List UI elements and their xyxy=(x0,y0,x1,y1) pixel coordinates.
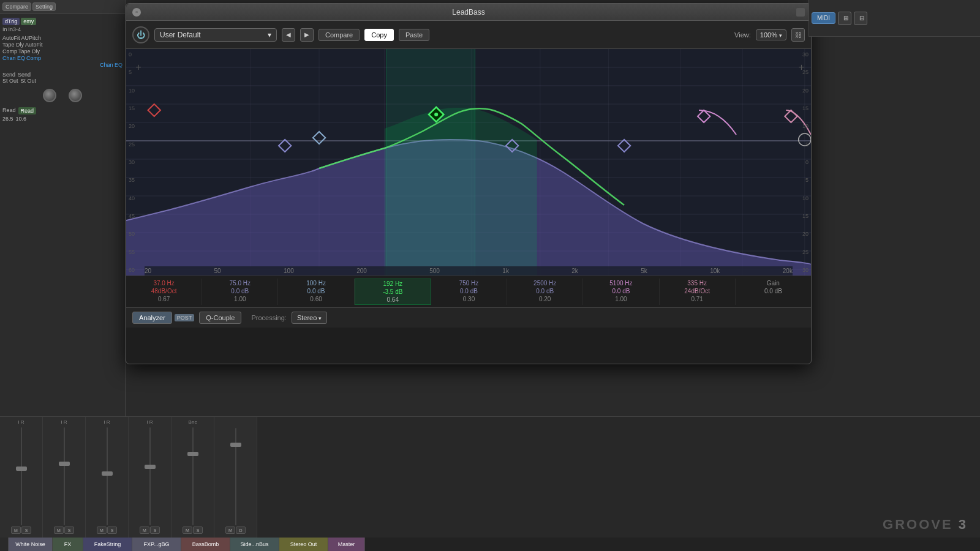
compare-button[interactable]: Compare xyxy=(318,29,360,41)
power-button[interactable]: ⏻ xyxy=(132,26,149,43)
preset-next-button[interactable]: ▶ xyxy=(300,28,314,42)
ch2-fader-track xyxy=(64,427,65,525)
freq-axis: 20 50 100 200 500 1k 2k 5k 10k 20k xyxy=(145,266,793,276)
ch5-s-btn[interactable]: S xyxy=(193,527,203,534)
setting-btn-2[interactable]: Setting xyxy=(32,2,56,11)
q-couple-button[interactable]: Q-Couple xyxy=(199,312,241,324)
ch2-top: I R xyxy=(61,419,67,425)
stereo-dropdown[interactable]: Stereo ▾ xyxy=(292,312,327,324)
setting-btn-1[interactable]: Compare xyxy=(2,2,31,11)
freq-10k: 10k xyxy=(710,268,720,274)
band-5-q: 0.30 xyxy=(463,296,475,302)
freq-5k: 5k xyxy=(641,268,647,274)
band-5-params: 750 Hz 0.0 dB 0.30 xyxy=(431,279,507,305)
ch4-top: I R xyxy=(146,419,153,425)
groove3-number: 3 xyxy=(959,517,968,532)
in-label: In In3-4 xyxy=(2,26,123,32)
grid-button[interactable]: ⊞ xyxy=(838,12,851,25)
plugin-chain: AutoFitAUPitch Tape DlyAutoFit CompTape … xyxy=(2,35,123,68)
band-5-freq: 750 Hz xyxy=(459,280,479,287)
svg-marker-22 xyxy=(148,104,160,116)
track-label-master[interactable]: Master xyxy=(328,538,365,551)
eq-maximize-button[interactable] xyxy=(796,8,805,17)
ch6-fader[interactable] xyxy=(230,443,241,447)
track-label-side-nbus[interactable]: Side...nBus xyxy=(230,538,279,551)
band-7-q: 1.00 xyxy=(615,296,627,302)
ch2-m-btn[interactable]: M xyxy=(54,527,64,534)
ch4-m-btn[interactable]: M xyxy=(140,527,149,534)
band-6-gain: 0.0 dB xyxy=(536,288,554,294)
eq-close-button[interactable]: × xyxy=(132,8,141,17)
mixer-empty-area xyxy=(257,417,980,538)
st-out-labels: St OutSt Out xyxy=(2,78,123,84)
band-8-params: 335 Hz 24dB/Oct 0.71 xyxy=(660,279,736,305)
groove3-text: GROOVE xyxy=(883,517,959,532)
copy-button[interactable]: Copy xyxy=(364,29,394,41)
preset-prev-button[interactable]: ◀ xyxy=(282,28,295,42)
band-4-freq: 192 Hz xyxy=(383,280,402,287)
band-6-q: 0.20 xyxy=(539,296,551,302)
ch2-ms-buttons: M S xyxy=(54,527,74,534)
ch2-fader[interactable] xyxy=(59,462,70,466)
mixer-left-header: Compare Setting xyxy=(0,0,125,14)
ch2-s-btn[interactable]: S xyxy=(64,527,74,534)
ch1-fader[interactable] xyxy=(16,467,27,471)
ch5-ms-buttons: M S xyxy=(183,527,203,534)
mixer-channel-3: I R M S xyxy=(86,417,129,538)
ch3-fader-track xyxy=(107,427,108,525)
track-label-bassbomb[interactable]: BassBomb xyxy=(181,538,230,551)
ch4-fader[interactable] xyxy=(145,465,156,469)
freq-500: 500 xyxy=(429,268,440,274)
eq-display: + + 0 5 10 15 20 25 30 35 40 45 50 55 60… xyxy=(126,49,811,276)
freq-50: 50 xyxy=(214,268,221,274)
ch6-s-btn[interactable]: D xyxy=(236,527,246,534)
band-7-gain: 0.0 dB xyxy=(612,288,630,294)
band-1-gain: 48dB/Oct xyxy=(151,288,177,294)
stereo-chevron: ▾ xyxy=(318,315,322,321)
ch1-s-btn[interactable]: S xyxy=(21,527,31,534)
freq-100: 100 xyxy=(284,268,294,274)
band-3-freq: 100 Hz xyxy=(306,280,326,287)
track-label-fx[interactable]: FX xyxy=(53,538,83,551)
band-1-params: 37.0 Hz 48dB/Oct 0.67 xyxy=(126,279,202,305)
eq-footer: Analyzer POST Q-Couple Processing: Stere… xyxy=(126,307,811,328)
link-button[interactable]: ⛓ xyxy=(791,28,805,42)
stereo-value: Stereo xyxy=(297,314,317,321)
ch5-fader[interactable] xyxy=(187,452,198,456)
band-6-params: 2500 Hz 0.0 dB 0.20 xyxy=(507,279,583,305)
ch3-fader[interactable] xyxy=(102,471,113,476)
mixer-channel-1: I R M S xyxy=(0,417,43,538)
ch4-s-btn[interactable]: S xyxy=(150,527,160,534)
ch4-fader-track xyxy=(149,427,151,525)
band-4-params: 192 Hz -3.5 dB 0.64 xyxy=(355,279,431,305)
read-labels: ReadRead xyxy=(2,107,123,114)
band-8-q: 0.71 xyxy=(691,296,703,302)
ch1-m-btn[interactable]: M xyxy=(11,527,21,534)
analyzer-button[interactable]: Analyzer xyxy=(132,312,172,324)
ch3-m-btn[interactable]: M xyxy=(97,527,107,534)
track-tag-dtrig: dTrig xyxy=(2,18,20,25)
track-label-spacer xyxy=(0,538,9,551)
track-label-fxp-gbg[interactable]: FXP...gBG xyxy=(132,538,181,551)
freq-2k: 2k xyxy=(571,268,578,274)
view-label: View: xyxy=(734,31,751,39)
ch1-top: I R xyxy=(18,419,24,425)
paste-button[interactable]: Paste xyxy=(399,29,429,41)
ch1-fader-track xyxy=(21,427,22,525)
midi-button[interactable]: MIDI xyxy=(812,12,835,24)
ch6-m-btn[interactable]: M xyxy=(225,527,235,534)
ch4-ms-buttons: M S xyxy=(140,527,160,534)
preset-dropdown[interactable]: User Default ▾ xyxy=(154,28,277,42)
svg-marker-28 xyxy=(618,140,630,152)
track-label-stereo-out[interactable]: Stereo Out xyxy=(279,538,328,551)
band-2-q: 1.00 xyxy=(234,296,246,302)
view-dropdown[interactable]: 100% ▾ xyxy=(756,29,786,40)
split-button[interactable]: ⊟ xyxy=(854,12,867,25)
eq-window: × LeadBass ⏻ User Default ▾ ◀ ▶ Compare … xyxy=(126,3,812,364)
ch3-s-btn[interactable]: S xyxy=(107,527,117,534)
db-axis-right: 30 25 20 15 10 5 0 5 10 15 20 25 30 xyxy=(793,49,811,276)
ch5-fader-track xyxy=(192,427,194,525)
track-label-white-noise[interactable]: White Noise xyxy=(9,538,53,551)
track-label-fakestring[interactable]: FakeString xyxy=(83,538,132,551)
ch5-m-btn[interactable]: M xyxy=(183,527,192,534)
